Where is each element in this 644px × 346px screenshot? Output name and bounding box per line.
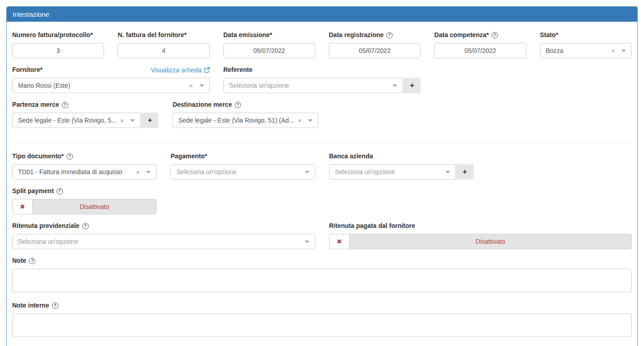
help-icon[interactable]: ? (386, 32, 393, 38)
referente-label: Referente (223, 66, 253, 74)
help-icon[interactable]: ? (492, 32, 498, 38)
clear-icon[interactable]: × (120, 117, 124, 124)
chevron-down-icon (445, 171, 450, 173)
panel-header: Intestazione (7, 7, 637, 22)
chevron-down-icon (199, 85, 204, 87)
field-data-competenza: Data competenza* ? (434, 31, 526, 58)
partenza-merce-select[interactable]: Sede legale - Este (Via Rovigo, 5... × (12, 113, 141, 128)
tipo-documento-select[interactable]: TD01 - Fattura immediata di acquisto × (12, 164, 156, 180)
destinazione-merce-label: Destinazione merce (172, 101, 232, 109)
note-interne-textarea[interactable] (12, 313, 632, 337)
header-row-6: Ritenuta previdenziale ? Seleziona un'op… (12, 222, 632, 257)
split-payment-state: Disattivato (33, 199, 156, 214)
numero-fattura-label: Numero fattura/protocollo* (12, 31, 93, 39)
field-n-fattura-fornitore: N. fattura del fornitore* (118, 31, 209, 58)
referente-select-placeholder: Seleziona un'opzione (229, 82, 392, 89)
field-ritenuta-previdenziale: Ritenuta previdenziale ? Seleziona un'op… (12, 222, 315, 249)
intestazione-panel: Intestazione Numero fattura/protocollo* … (6, 6, 638, 346)
header-row-4: Tipo documento* ? TD01 - Fattura immedia… (12, 152, 632, 187)
ritenuta-pagata-label: Ritenuta pagata dal fornitore (329, 222, 416, 230)
tipo-documento-label: Tipo documento* (12, 152, 64, 160)
add-referente-button[interactable]: + (403, 78, 421, 93)
partenza-merce-label: Partenza merce (12, 101, 59, 109)
help-icon[interactable]: ? (235, 102, 241, 108)
tipo-documento-select-value: TD01 - Fattura immediata di acquisto (18, 168, 132, 175)
banca-azienda-label: Banca azienda (329, 152, 373, 160)
ritenuta-previdenziale-label: Ritenuta previdenziale (12, 222, 80, 230)
destinazione-merce-select-value: Sede legale - Este (Via Rovigo, 51) (Ad.… (178, 117, 294, 124)
field-referente: Referente Seleziona un'opzione + (223, 66, 421, 93)
data-competenza-label: Data competenza* (434, 31, 489, 39)
field-note-interne: Note interne ? (12, 302, 632, 339)
ritenuta-previdenziale-select[interactable]: Seleziona un'opzione (12, 234, 315, 249)
pagamento-label: Pagamento* (170, 152, 207, 160)
pagamento-select[interactable]: Seleziona un'opzione (170, 164, 315, 180)
field-split-payment: Split payment ? ✖ Disattivato (12, 187, 156, 214)
clear-icon[interactable]: × (189, 82, 193, 89)
note-textarea[interactable] (12, 269, 632, 292)
add-banca-azienda-button[interactable]: + (456, 164, 474, 180)
partenza-merce-select-value: Sede legale - Este (Via Rovigo, 5... (18, 117, 117, 124)
numero-fattura-input[interactable] (12, 43, 104, 58)
help-icon[interactable]: ? (29, 258, 35, 264)
data-competenza-input[interactable] (434, 43, 526, 58)
n-fattura-fornitore-label: N. fattura del fornitore* (118, 31, 186, 39)
panel-title: Intestazione (13, 10, 49, 18)
banca-azienda-select-placeholder: Seleziona un'opzione (335, 168, 445, 175)
field-ritenuta-pagata: Ritenuta pagata dal fornitore ✖ Disattiv… (329, 222, 632, 249)
chevron-down-icon (146, 171, 151, 173)
data-emissione-input[interactable] (223, 43, 315, 58)
header-row-1: Numero fattura/protocollo* N. fattura de… (12, 31, 632, 66)
ritenuta-pagata-toggle[interactable]: ✖ Disattivato (329, 234, 632, 249)
help-icon[interactable]: ? (52, 303, 58, 309)
ritenuta-pagata-state: Disattivato (350, 234, 632, 249)
chevron-down-icon (130, 119, 135, 122)
field-pagamento: Pagamento* Seleziona un'opzione (170, 152, 315, 180)
field-partenza-merce: Partenza merce ? Sede legale - Este (Via… (12, 101, 158, 128)
field-fornitore: Fornitore* Visualizza scheda Mario Rossi… (12, 66, 210, 93)
panel-body: Numero fattura/protocollo* N. fattura de… (7, 22, 637, 346)
header-row-3: Partenza merce ? Sede legale - Este (Via… (12, 101, 632, 136)
field-tipo-documento: Tipo documento* ? TD01 - Fattura immedia… (12, 152, 156, 180)
chevron-down-icon (305, 171, 309, 173)
chevron-down-icon (305, 241, 309, 243)
help-icon[interactable]: ? (62, 102, 68, 108)
field-stato: Stato* Bozza × (540, 31, 632, 58)
stato-select-value: Bozza (546, 47, 608, 54)
help-icon[interactable]: ? (66, 153, 73, 160)
split-payment-label: Split payment (12, 187, 54, 195)
fornitore-label: Fornitore* (12, 66, 43, 74)
destinazione-merce-select[interactable]: Sede legale - Este (Via Rovigo, 51) (Ad.… (172, 113, 318, 128)
help-icon[interactable]: ? (82, 223, 89, 229)
field-numero-fattura: Numero fattura/protocollo* (12, 31, 104, 58)
data-registrazione-label: Data registrazione (329, 31, 384, 39)
pagamento-select-placeholder: Seleziona un'opzione (176, 168, 303, 175)
ritenuta-previdenziale-select-placeholder: Seleziona un'opzione (18, 238, 304, 245)
help-icon[interactable]: ? (57, 188, 63, 194)
field-banca-azienda: Banca azienda Seleziona un'opzione + (329, 152, 474, 180)
data-registrazione-input[interactable] (329, 43, 421, 58)
x-icon: ✖ (330, 234, 350, 249)
stato-label: Stato* (540, 31, 558, 39)
fornitore-select-value: Mario Rossi (Este) (18, 82, 185, 89)
note-interne-label: Note interne (12, 302, 49, 309)
referente-select[interactable]: Seleziona un'opzione (223, 78, 403, 93)
add-partenza-merce-button[interactable]: + (141, 113, 158, 128)
note-label: Note (12, 257, 26, 265)
clear-icon[interactable]: × (298, 117, 302, 124)
n-fattura-fornitore-input[interactable] (118, 43, 209, 58)
field-note: Note ? (12, 257, 632, 294)
field-data-registrazione: Data registrazione ? (329, 31, 421, 58)
chevron-down-icon (308, 119, 313, 122)
visualizza-scheda-link[interactable]: Visualizza scheda (151, 66, 210, 74)
data-emissione-label: Data emissione* (223, 31, 272, 39)
field-data-emissione: Data emissione* (223, 31, 315, 58)
clear-icon[interactable]: × (611, 47, 615, 54)
chevron-down-icon (621, 50, 626, 52)
split-payment-toggle[interactable]: ✖ Disattivato (12, 199, 156, 214)
stato-select[interactable]: Bozza × (540, 43, 632, 58)
clear-icon[interactable]: × (136, 169, 140, 175)
banca-azienda-select[interactable]: Seleziona un'opzione (329, 164, 456, 180)
field-destinazione-merce: Destinazione merce ? Sede legale - Este … (172, 101, 318, 128)
fornitore-select[interactable]: Mario Rossi (Este) × (12, 78, 210, 93)
